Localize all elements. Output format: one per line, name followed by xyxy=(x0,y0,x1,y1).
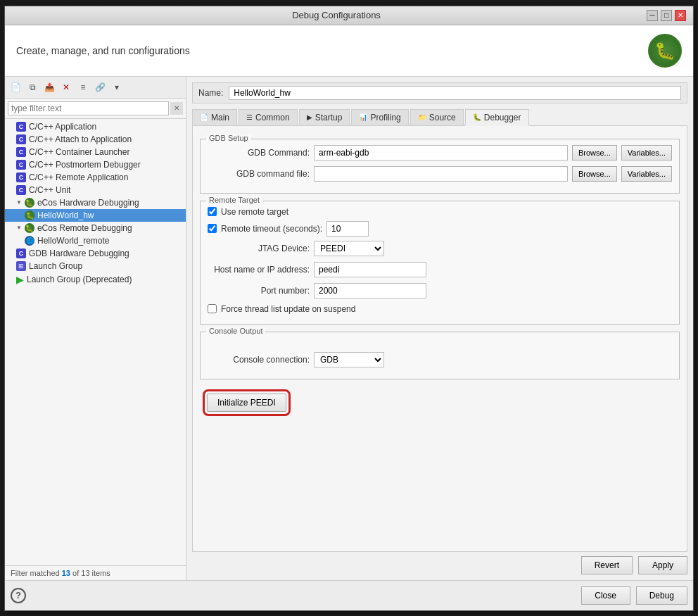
main-tab-icon: 📄 xyxy=(200,113,208,121)
source-tab-icon: 📁 xyxy=(418,113,426,121)
tab-bar: 📄 Main ☰ Common ▶ Startup 📊 Profiling 📁 xyxy=(192,109,687,126)
tree-item-launch-group-deprecated[interactable]: ▶ Launch Group (Deprecated) xyxy=(5,272,186,287)
timeout-row: Remote timeout (seconds): xyxy=(208,221,672,237)
timeout-checkbox[interactable] xyxy=(208,224,217,233)
tree-item-label: C/C++ Container Launcher xyxy=(29,147,129,157)
filter-input[interactable] xyxy=(8,101,169,115)
tree-item-label: C/C++ Postmortem Debugger xyxy=(29,160,141,170)
duplicate-button[interactable]: ⧉ xyxy=(25,80,40,95)
force-thread-label: Force thread list update on suspend xyxy=(221,304,355,314)
debugger-tab-icon: 🐛 xyxy=(473,113,481,121)
collapse-button[interactable]: ≡ xyxy=(75,80,91,95)
tree-item-label: Launch Group (Deprecated) xyxy=(27,275,132,284)
gdb-file-browse-button[interactable]: Browse... xyxy=(572,166,617,182)
common-tab[interactable]: ☰ Common xyxy=(239,109,298,125)
help-button[interactable]: ? xyxy=(11,588,26,603)
remote-target-label: Remote Target xyxy=(206,196,262,204)
hostname-input[interactable] xyxy=(314,262,426,277)
tree-item-label: eCos Hardware Debugging xyxy=(37,198,139,208)
debugger-tab-label: Debugger xyxy=(484,113,521,122)
force-thread-checkbox[interactable] xyxy=(208,304,217,313)
source-tab[interactable]: 📁 Source xyxy=(410,109,464,125)
tree-item-gdb-hw[interactable]: C GDB Hardware Debugging xyxy=(5,247,186,260)
tree-item-cpp-attach[interactable]: C C/C++ Attach to Application xyxy=(5,133,186,146)
gdb-setup-group: GDB Setup GDB Command: Browse... Variabl… xyxy=(200,139,680,194)
tree-item-label: Launch Group xyxy=(29,261,82,271)
tree-item-cpp-unit[interactable]: C C/C++ Unit xyxy=(5,184,186,196)
bug-logo-icon: 🐛 xyxy=(648,34,682,68)
clear-filter-button[interactable]: ✕ xyxy=(170,102,183,115)
c-icon: C xyxy=(16,134,26,144)
main-tab-label: Main xyxy=(211,113,229,122)
new-config-button[interactable]: 📄 xyxy=(8,80,23,95)
tree-item-label: eCos Remote Debugging xyxy=(37,223,132,233)
maximize-button[interactable]: □ xyxy=(661,10,672,21)
bug-icon: 🌐 xyxy=(25,236,34,246)
tree-item-launch-group[interactable]: ⊞ Launch Group xyxy=(5,260,186,272)
main-tab[interactable]: 📄 Main xyxy=(192,109,237,125)
tree-item-cpp-remote[interactable]: C C/C++ Remote Application xyxy=(5,171,186,184)
jtag-device-select[interactable]: PEEDI OpenOCD J-Link xyxy=(314,241,384,256)
launch-icon: ⊞ xyxy=(16,261,26,271)
filter-prefix: Filter matched xyxy=(11,569,62,577)
port-input[interactable] xyxy=(314,283,426,298)
port-label: Port number: xyxy=(208,286,310,296)
tree-item-label: GDB Hardware Debugging xyxy=(29,249,129,258)
filter-count: 13 xyxy=(62,569,70,577)
gdb-command-file-label: GDB command file: xyxy=(208,169,310,179)
remote-target-group: Remote Target Use remote target Remote t… xyxy=(200,201,680,325)
jtag-device-row: JTAG Device: PEEDI OpenOCD J-Link xyxy=(208,241,672,256)
gdb-command-file-row: GDB command file: Browse... Variables... xyxy=(208,166,672,182)
tree-item-label: C/C++ Remote Application xyxy=(29,172,128,182)
gdb-command-row: GDB Command: Browse... Variables... xyxy=(208,145,672,161)
gdb-command-browse-button[interactable]: Browse... xyxy=(572,145,617,161)
gdb-command-variables-button[interactable]: Variables... xyxy=(621,145,672,161)
force-thread-row: Force thread list update on suspend xyxy=(208,304,672,314)
bottom-right: Close Debug xyxy=(581,586,687,605)
gdb-command-file-input[interactable] xyxy=(314,166,568,182)
revert-button[interactable]: Revert xyxy=(581,556,633,574)
bug-icon: 🐛 xyxy=(25,210,34,220)
debug-button[interactable]: Debug xyxy=(636,586,687,605)
tree-item-cpp-application[interactable]: C C/C++ Application xyxy=(5,120,186,133)
common-tab-label: Common xyxy=(255,113,290,122)
export-button[interactable]: 📤 xyxy=(42,80,57,95)
delete-button[interactable]: ✕ xyxy=(58,80,74,95)
debugger-tab[interactable]: 🐛 Debugger xyxy=(465,109,529,126)
link-button[interactable]: 🔗 xyxy=(92,80,108,95)
bottom-bar: ? Close Debug xyxy=(5,580,693,610)
hostname-label: Host name or IP address: xyxy=(208,265,310,275)
tree-item-helloworld-remote[interactable]: 🌐 HelloWorld_remote xyxy=(5,234,186,247)
main-content: 📄 ⧉ 📤 ✕ ≡ 🔗 ▾ ✕ C C/C++ Application xyxy=(5,77,693,580)
profiling-tab[interactable]: 📊 Profiling xyxy=(351,109,408,125)
close-button[interactable]: Close xyxy=(581,586,630,605)
tree-item-ecos-remote[interactable]: ▼ 🐛 eCos Remote Debugging xyxy=(5,222,186,234)
timeout-input[interactable] xyxy=(326,221,369,237)
tree-item-ecos-hw[interactable]: ▼ 🐛 eCos Hardware Debugging xyxy=(5,196,186,209)
use-remote-checkbox[interactable] xyxy=(208,207,217,216)
startup-tab[interactable]: ▶ Startup xyxy=(299,109,350,125)
more-button[interactable]: ▾ xyxy=(109,80,125,95)
gdb-command-label: GDB Command: xyxy=(208,148,310,158)
timeout-label: Remote timeout (seconds): xyxy=(221,224,322,234)
console-connection-select[interactable]: GDB None Serial xyxy=(314,352,384,367)
name-label: Name: xyxy=(198,88,223,98)
console-connection-row: Console connection: GDB None Serial xyxy=(208,352,672,367)
console-connection-label: Console connection: xyxy=(208,355,310,365)
tree-item-cpp-container[interactable]: C C/C++ Container Launcher xyxy=(5,146,186,158)
apply-button[interactable]: Apply xyxy=(638,556,687,574)
dialog-title: Debug Configurations xyxy=(26,10,647,20)
filter-suffix: of 13 items xyxy=(70,569,110,577)
right-panel: Name: 📄 Main ☰ Common ▶ Startup 📊 xyxy=(186,77,693,580)
c-icon: C xyxy=(16,147,26,157)
close-window-button[interactable]: ✕ xyxy=(675,10,686,21)
name-input[interactable] xyxy=(229,86,681,100)
tree-item-helloworld-hw[interactable]: 🐛 HelloWorld_hw xyxy=(5,209,186,222)
minimize-button[interactable]: ─ xyxy=(647,10,658,21)
gdb-file-variables-button[interactable]: Variables... xyxy=(621,166,672,182)
c-icon: C xyxy=(16,172,26,182)
debugger-content: GDB Setup GDB Command: Browse... Variabl… xyxy=(192,126,687,552)
initialize-peedi-button[interactable]: Initialize PEEDI xyxy=(207,394,286,412)
tree-item-cpp-postmortem[interactable]: C C/C++ Postmortem Debugger xyxy=(5,158,186,171)
gdb-command-input[interactable] xyxy=(314,145,568,161)
